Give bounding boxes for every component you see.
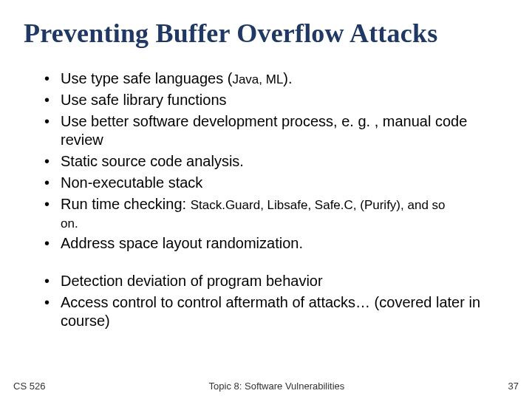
bullet-text: Detection deviation of program behavior [61, 273, 323, 289]
bullet-subtext: Java, ML [232, 72, 283, 86]
bullet-text: Use type safe languages ( [61, 70, 232, 86]
bullet-item: Use better software development process,… [44, 112, 508, 149]
bullet-list-tertiary: Detection deviation of program behavior … [24, 272, 508, 330]
slide: Preventing Buffer Overflow Attacks Use t… [0, 0, 532, 399]
bullet-text-tail: ). [283, 70, 292, 86]
footer-page: 37 [508, 381, 519, 392]
bullet-item: Run time checking: Stack.Guard, Libsafe,… [44, 195, 508, 214]
footer-course: CS 526 [13, 381, 45, 392]
bullet-continuation: on. [24, 216, 508, 231]
slide-title: Preventing Buffer Overflow Attacks [24, 18, 508, 49]
bullet-subtext: Stack.Guard, Libsafe, Safe.C, (Purify), … [191, 198, 446, 212]
bullet-text: Use better software development process,… [61, 113, 467, 148]
bullet-item: Address space layout randomization. [44, 234, 508, 253]
bullet-item: Static source code analysis. [44, 152, 508, 171]
bullet-item: Detection deviation of program behavior [44, 272, 508, 290]
bullet-item: Use type safe languages (Java, ML). [44, 69, 508, 88]
footer-topic: Topic 8: Software Vulnerabilities [45, 381, 508, 392]
bullet-item: Non-executable stack [44, 174, 508, 192]
bullet-text: Access control to control aftermath of a… [61, 294, 480, 329]
bullet-text: Run time checking: [61, 196, 191, 212]
bullet-text: Address space layout randomization. [61, 235, 303, 251]
spacer [24, 256, 508, 272]
bullet-text: Static source code analysis. [61, 153, 244, 169]
bullet-text: Non-executable stack [61, 174, 202, 191]
slide-footer: CS 526 Topic 8: Software Vulnerabilities… [13, 381, 519, 392]
bullet-text: Use safe library functions [61, 92, 227, 108]
bullet-list-secondary: Address space layout randomization. [24, 234, 508, 253]
bullet-item: Use safe library functions [44, 91, 508, 109]
bullet-item: Access control to control aftermath of a… [44, 293, 508, 330]
bullet-list-primary: Use type safe languages (Java, ML). Use … [24, 69, 508, 214]
